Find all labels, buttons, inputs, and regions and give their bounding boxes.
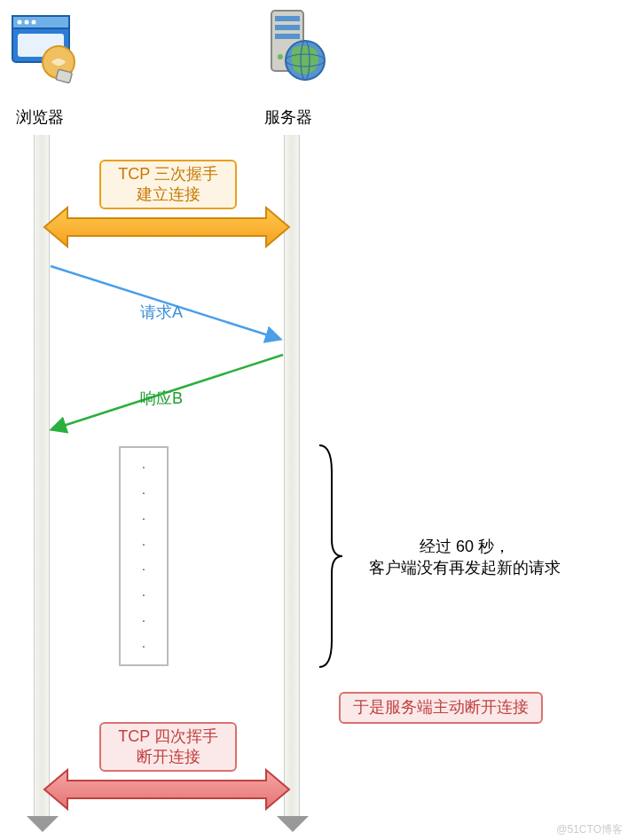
svg-rect-8 <box>271 11 303 71</box>
svg-point-2 <box>18 20 22 25</box>
svg-point-14 <box>301 41 310 80</box>
teardown-line2: 断开连接 <box>137 747 200 767</box>
teardown-line1: TCP 四次挥手 <box>118 726 218 747</box>
handshake-box: TCP 三次握手 建立连接 <box>99 160 237 209</box>
svg-point-3 <box>25 20 29 25</box>
svg-point-15 <box>286 54 325 67</box>
disconnect-note-box: 于是服务端主动断开连接 <box>339 692 543 724</box>
browser-icon <box>7 7 87 87</box>
teardown-arrow <box>43 768 291 811</box>
browser-timeline <box>34 135 50 818</box>
svg-rect-0 <box>12 16 69 62</box>
browser-label: 浏览器 <box>16 106 64 128</box>
svg-rect-11 <box>275 34 300 39</box>
teardown-box: TCP 四次挥手 断开连接 <box>99 722 237 772</box>
svg-rect-7 <box>56 69 73 83</box>
handshake-line1: TCP 三次握手 <box>118 164 218 184</box>
svg-point-4 <box>32 20 36 25</box>
server-timeline <box>284 135 300 818</box>
svg-rect-1 <box>12 16 69 28</box>
svg-point-6 <box>43 46 75 78</box>
wait-note: 经过 60 秒， 客户端没有再发起新的请求 <box>369 536 561 578</box>
ellipsis-box: ········ <box>119 446 169 666</box>
response-label: 响应B <box>140 388 183 409</box>
svg-rect-5 <box>18 34 64 57</box>
svg-rect-10 <box>275 25 300 30</box>
brace-icon <box>314 442 346 671</box>
handshake-arrow <box>43 206 291 248</box>
server-icon <box>257 5 337 89</box>
handshake-line2: 建立连接 <box>137 184 200 205</box>
request-label: 请求A <box>140 302 183 323</box>
server-label: 服务器 <box>264 106 312 128</box>
watermark: @51CTO博客 <box>556 822 623 837</box>
svg-rect-9 <box>275 16 300 21</box>
svg-point-12 <box>278 54 283 59</box>
svg-point-13 <box>286 41 325 80</box>
